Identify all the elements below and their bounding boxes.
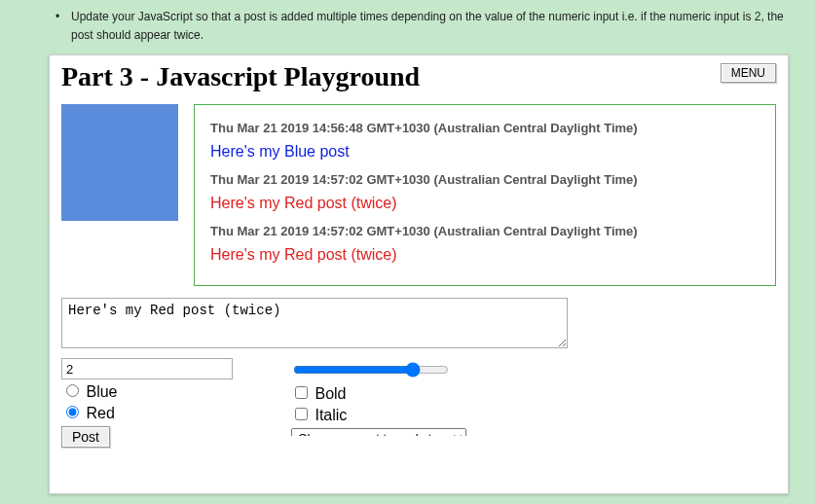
style-option-italic[interactable]: Italic (291, 405, 466, 426)
radio-red[interactable] (66, 406, 79, 418)
color-swatch (61, 104, 178, 221)
app-panel: Part 3 - Javascript Playground MENU Thu … (49, 54, 789, 494)
checkbox-bold[interactable] (295, 386, 308, 399)
instruction-note: Update your JavaScript so that a post is… (63, 8, 805, 45)
style-option-bold[interactable]: Bold (291, 383, 466, 405)
post-timestamp: Thu Mar 21 2019 14:56:48 GMT+1030 (Austr… (210, 121, 759, 135)
checkbox-bold-label: Bold (315, 385, 346, 402)
checkbox-italic-label: Italic (315, 407, 347, 423)
checkbox-italic[interactable] (295, 408, 308, 420)
post-item: Thu Mar 21 2019 14:56:48 GMT+1030 (Austr… (210, 121, 759, 161)
radio-blue-label: Blue (86, 383, 117, 400)
post-timestamp: Thu Mar 21 2019 14:57:02 GMT+1030 (Austr… (210, 224, 759, 238)
post-body: Here's my Red post (twice) (210, 195, 759, 212)
color-option-red[interactable]: Red (61, 403, 233, 424)
compose-textarea[interactable] (61, 298, 568, 348)
color-option-blue[interactable]: Blue (61, 381, 233, 403)
color-options: Blue Red (61, 381, 233, 424)
menu-button[interactable]: MENU (721, 63, 776, 83)
post-item: Thu Mar 21 2019 14:57:02 GMT+1030 (Austr… (210, 224, 759, 264)
size-slider[interactable] (293, 362, 449, 378)
post-item: Thu Mar 21 2019 14:57:02 GMT+1030 (Austr… (210, 172, 759, 212)
posts-container: Thu Mar 21 2019 14:56:48 GMT+1030 (Austr… (194, 104, 776, 286)
post-button[interactable]: Post (61, 426, 110, 448)
post-body: Here's my Blue post (210, 143, 759, 161)
repeat-count-input[interactable] (61, 358, 233, 379)
radio-red-label: Red (86, 405, 114, 421)
post-body: Here's my Red post (twice) (210, 246, 759, 264)
radio-blue[interactable] (66, 384, 79, 397)
style-options: Bold Italic (291, 383, 466, 426)
post-timestamp: Thu Mar 21 2019 14:57:02 GMT+1030 (Austr… (210, 172, 759, 187)
reply-select[interactable]: Choose a post to reply to (291, 428, 466, 436)
page-title: Part 3 - Javascript Playground (61, 61, 420, 92)
